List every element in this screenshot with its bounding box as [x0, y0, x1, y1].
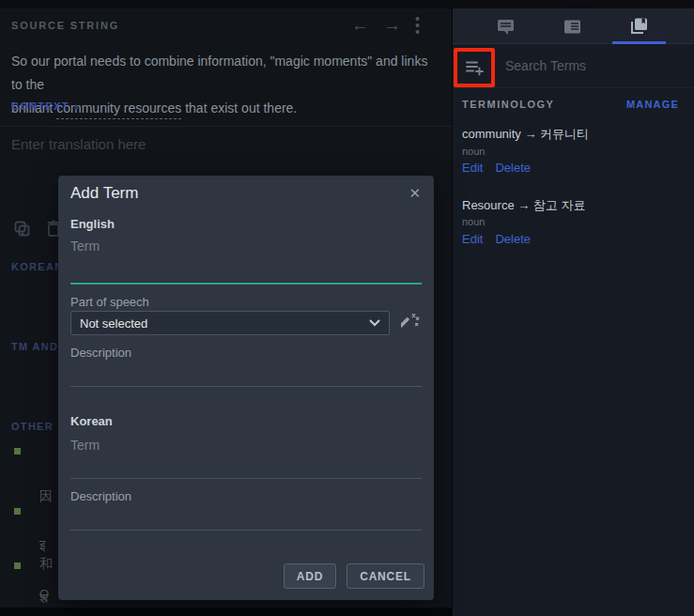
divider	[0, 126, 452, 127]
annotation-highlight-box	[454, 48, 495, 87]
more-options-icon[interactable]: •••	[415, 16, 421, 36]
glossary-term-entry: community → 커뮤니티 noun Edit Delete	[462, 126, 686, 143]
manage-link[interactable]: MANAGE	[626, 99, 679, 110]
comment-icon	[496, 18, 516, 36]
source-line-1: So our portal needs to combine informati…	[11, 50, 429, 97]
part-of-speech-value: Not selected	[80, 316, 147, 331]
tab-translation-memory[interactable]	[544, 8, 600, 44]
app-window: SOURCE STRING ← → ••• So our portal need…	[0, 0, 694, 616]
delete-term-link[interactable]: Delete	[495, 232, 531, 246]
divider	[453, 87, 694, 88]
previous-string-button[interactable]: ←	[351, 15, 369, 36]
term-name: Resource → 참고 자료	[462, 197, 686, 214]
english-term-field[interactable]: Term	[70, 239, 100, 254]
translated-status-dot	[14, 562, 21, 569]
edit-term-link[interactable]: Edit	[462, 161, 483, 175]
tooltip-notch	[566, 0, 591, 6]
sidebar-tabs	[453, 8, 694, 44]
tab-comments[interactable]	[477, 8, 533, 44]
korean-term-field[interactable]: Term	[70, 438, 100, 453]
input-underline	[70, 530, 422, 531]
add-term-icon[interactable]	[465, 59, 485, 76]
next-string-button[interactable]: →	[383, 15, 401, 36]
glossary-book-icon	[628, 17, 649, 36]
dialog-actions: ADD CANCEL	[284, 563, 424, 589]
cancel-button[interactable]: CANCEL	[347, 563, 424, 589]
active-tab-indicator	[612, 41, 666, 44]
chevron-down-icon	[369, 319, 380, 327]
article-card-icon	[563, 19, 582, 35]
bottom-strip	[0, 608, 452, 616]
translated-status-dot	[14, 448, 21, 454]
close-icon[interactable]: ✕	[409, 185, 421, 202]
term-part-of-speech: noun	[462, 146, 485, 157]
add-button[interactable]: ADD	[284, 563, 336, 589]
translated-status-dot	[14, 508, 21, 515]
tab-glossary[interactable]	[610, 8, 667, 44]
english-description-field[interactable]: Description	[70, 346, 131, 360]
term-part-of-speech: noun	[462, 216, 485, 227]
english-section-heading: English	[70, 217, 115, 231]
input-underline	[70, 386, 422, 387]
terminology-header: TERMINOLOGY	[462, 99, 554, 110]
search-terms-input[interactable]	[505, 55, 674, 76]
part-of-speech-label: Part of speech	[70, 295, 149, 309]
add-term-dialog: Add Term ✕ English Term Part of speech N…	[58, 176, 434, 600]
context-arrow-icon: ▸	[75, 102, 81, 112]
glossary-sidebar: TERMINOLOGY MANAGE community → 커뮤니티 noun…	[452, 0, 694, 616]
focused-input-underline	[70, 283, 422, 285]
korean-description-field[interactable]: Description	[70, 489, 131, 503]
glossary-term-entry: Resource → 참고 자료 noun Edit Delete	[462, 197, 686, 214]
input-underline	[70, 478, 422, 479]
korean-section-heading: Korean	[70, 414, 113, 428]
magic-wand-icon[interactable]	[401, 313, 420, 331]
source-string-label: SOURCE STRING	[11, 20, 119, 31]
copy-source-icon[interactable]	[13, 220, 31, 238]
delete-term-link[interactable]: Delete	[495, 161, 531, 175]
dialog-title: Add Term	[70, 184, 138, 203]
edit-term-link[interactable]: Edit	[462, 232, 483, 246]
part-of-speech-select[interactable]: Not selected	[70, 311, 390, 335]
term-name: community → 커뮤니티	[462, 126, 686, 143]
context-link[interactable]: CONTEXT▸	[11, 100, 80, 112]
